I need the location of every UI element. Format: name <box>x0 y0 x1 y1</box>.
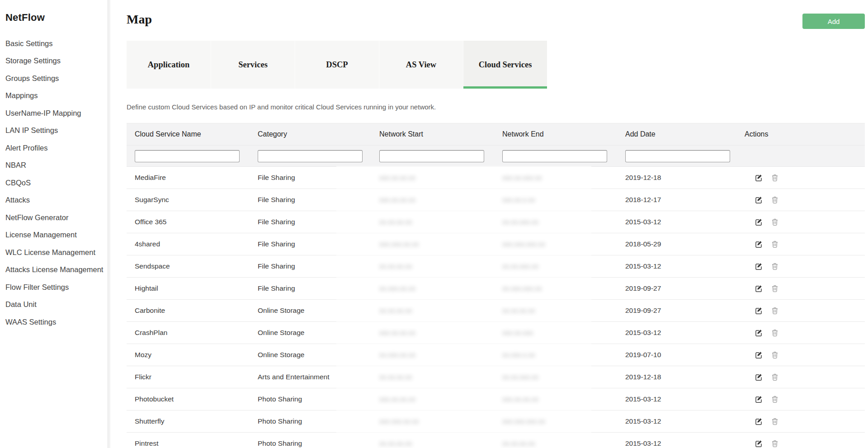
delete-button[interactable] <box>771 240 779 248</box>
sidebar-item-label: NBAR <box>5 161 26 170</box>
cell-category: File Sharing <box>250 211 371 233</box>
delete-button[interactable] <box>771 196 779 204</box>
sidebar-item-basic-settings[interactable]: Basic Settings <box>0 35 108 52</box>
delete-button[interactable] <box>771 262 779 270</box>
cell-category: Online Storage <box>250 322 371 344</box>
cell-network-end: xx.xx.xx.xx <box>494 433 617 448</box>
sidebar-item-wlc-license-management[interactable]: WLC License Management <box>0 244 108 261</box>
edit-button[interactable] <box>755 174 763 182</box>
edit-button[interactable] <box>755 218 763 226</box>
tab-cloud-services[interactable]: Cloud Services <box>463 41 547 89</box>
sidebar-item-attacks[interactable]: Attacks <box>0 192 108 209</box>
cell-add-date: 2015-03-12 <box>617 255 736 278</box>
delete-button[interactable] <box>771 417 779 425</box>
cell-category: Photo Sharing <box>250 388 371 410</box>
tab-bar: Application Services DSCP AS View Cloud … <box>127 41 865 89</box>
filter-network-end-input[interactable] <box>502 150 607 162</box>
table-row: Shutterfly Photo Sharing xxx.xxx.xx.xx x… <box>127 410 865 433</box>
edit-button[interactable] <box>755 439 763 448</box>
delete-button[interactable] <box>771 439 779 448</box>
cell-category: Photo Sharing <box>250 433 371 448</box>
edit-button[interactable] <box>755 196 763 204</box>
sidebar-item-flow-filter-settings[interactable]: Flow Filter Settings <box>0 278 108 296</box>
filter-add-date-input[interactable] <box>625 150 730 162</box>
edit-button[interactable] <box>755 417 763 425</box>
sidebar-item-cbqos[interactable]: CBQoS <box>0 174 108 192</box>
cell-add-date: 2019-07-10 <box>617 344 736 366</box>
sidebar-item-mappings[interactable]: Mappings <box>0 87 108 105</box>
sidebar-item-label: WLC License Management <box>5 248 95 257</box>
redacted-network-start: xx.xxx.xx.xx <box>379 284 415 292</box>
table-row: Flickr Arts and Entertainment xx.xx.xx.x… <box>127 366 865 388</box>
sidebar-item-label: LAN IP Settings <box>5 126 58 135</box>
cell-cloud-service-name: Mozy <box>127 344 250 366</box>
filter-cloud-service-name-input[interactable] <box>135 150 240 162</box>
edit-button[interactable] <box>755 395 763 403</box>
redacted-network-start: xx.xx.xx.xx <box>379 307 412 314</box>
filter-network-start-input[interactable] <box>379 150 484 162</box>
edit-button[interactable] <box>755 262 763 270</box>
tab-description: Define custom Cloud Services based on IP… <box>127 103 865 112</box>
tab-label: Services <box>238 60 268 70</box>
sidebar-item-storage-settings[interactable]: Storage Settings <box>0 52 108 70</box>
cell-actions <box>736 388 865 410</box>
filter-row <box>127 146 865 167</box>
tab-as-view[interactable]: AS View <box>379 41 463 89</box>
sidebar-item-label: Flow Filter Settings <box>5 283 69 292</box>
edit-pencil-square-icon <box>755 373 763 381</box>
sidebar-item-nbar[interactable]: NBAR <box>0 157 108 174</box>
delete-button[interactable] <box>771 307 779 315</box>
edit-button[interactable] <box>755 373 763 381</box>
cell-cloud-service-name: 4shared <box>127 233 250 255</box>
delete-button[interactable] <box>771 174 779 182</box>
delete-button[interactable] <box>771 351 779 359</box>
redacted-network-start: xx.xx.xx.xx <box>379 262 412 270</box>
delete-button[interactable] <box>771 329 779 337</box>
add-button[interactable]: Add <box>802 14 865 29</box>
cell-cloud-service-name: Carbonite <box>127 300 250 322</box>
edit-button[interactable] <box>755 240 763 248</box>
cell-cloud-service-name: Hightail <box>127 278 250 300</box>
tab-services[interactable]: Services <box>211 41 295 89</box>
edit-button[interactable] <box>755 351 763 359</box>
filter-category-input[interactable] <box>258 150 363 162</box>
edit-button[interactable] <box>755 329 763 337</box>
delete-button[interactable] <box>771 373 779 381</box>
trash-icon <box>771 329 779 337</box>
sidebar-item-username-ip-mapping[interactable]: UserName-IP Mapping <box>0 104 108 122</box>
sidebar-item-alert-profiles[interactable]: Alert Profiles <box>0 139 108 157</box>
sidebar-item-groups-settings[interactable]: Groups Settings <box>0 70 108 87</box>
sidebar-item-netflow-generator[interactable]: NetFlow Generator <box>0 209 108 226</box>
edit-button[interactable] <box>755 307 763 315</box>
table-row: Hightail File Sharing xx.xxx.xx.xx xx.xx… <box>127 278 865 300</box>
delete-button[interactable] <box>771 284 779 292</box>
tab-application[interactable]: Application <box>127 41 211 89</box>
sidebar-item-label: CBQoS <box>5 179 31 187</box>
table-row: Mozy Online Storage xx.xxx.xx.xx xx.xxx.… <box>127 344 865 366</box>
sidebar-item-waas-settings[interactable]: WAAS Settings <box>0 313 108 331</box>
cell-actions <box>736 366 865 388</box>
sidebar-item-lan-ip-settings[interactable]: LAN IP Settings <box>0 122 108 140</box>
delete-button[interactable] <box>771 395 779 403</box>
cell-add-date: 2015-03-12 <box>617 211 736 233</box>
table-row: Photobucket Photo Sharing xxx.xx.xx.xx x… <box>127 388 865 410</box>
edit-pencil-square-icon <box>755 439 763 448</box>
cell-category: File Sharing <box>250 167 371 189</box>
edit-button[interactable] <box>755 284 763 292</box>
delete-button[interactable] <box>771 218 779 226</box>
sidebar-item-license-management[interactable]: License Management <box>0 226 108 244</box>
sidebar-item-data-unit[interactable]: Data Unit <box>0 296 108 314</box>
sidebar-item-attacks-license-management[interactable]: Attacks License Management <box>0 261 108 279</box>
cell-cloud-service-name: Sendspace <box>127 255 250 278</box>
trash-icon <box>771 307 779 315</box>
cell-network-end: xx.xxx.xxx.xx <box>494 278 617 300</box>
trash-icon <box>771 395 779 403</box>
tab-label: DSCP <box>326 60 348 70</box>
sidebar-nav: Basic Settings Storage Settings Groups S… <box>0 35 108 331</box>
cell-network-end: xxx.xx.xxx.xx <box>494 167 617 189</box>
cell-cloud-service-name: SugarSync <box>127 189 250 211</box>
redacted-network-start: xxx.xx.xx.xx <box>379 329 415 336</box>
tab-dscp[interactable]: DSCP <box>295 41 379 89</box>
cell-cloud-service-name: Photobucket <box>127 388 250 410</box>
cell-network-start: xxx.xx.xx.xx <box>371 322 494 344</box>
